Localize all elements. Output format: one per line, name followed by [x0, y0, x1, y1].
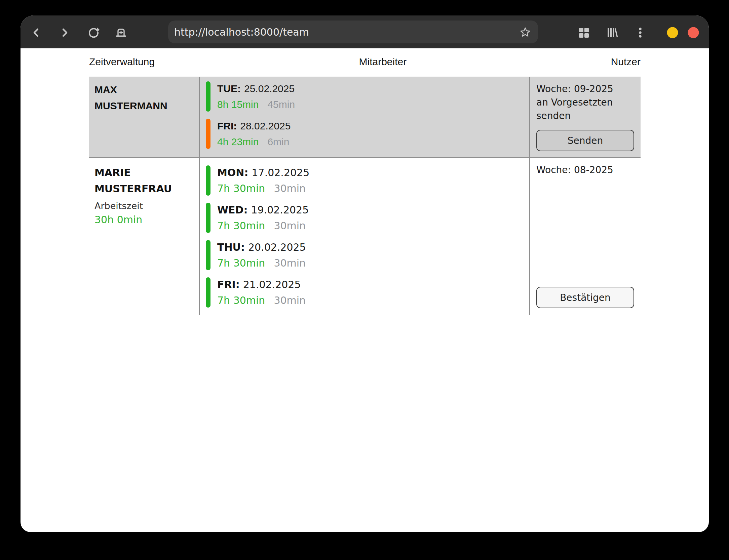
pause-time: 30min [274, 257, 306, 269]
status-bar-green [206, 240, 210, 270]
nav-item-zeitverwaltung[interactable]: Zeitverwaltung [89, 56, 155, 68]
day-label: WED: [217, 204, 247, 216]
day-entry: FRI:21.02.2025 7h 30min30min [206, 277, 526, 308]
senden-button[interactable]: Senden [536, 130, 634, 151]
nav-item-nutzer[interactable]: Nutzer [611, 56, 641, 68]
browser-window: http://localhost:8000/team [21, 15, 709, 532]
status-bar-green [206, 165, 210, 196]
status-bar-orange [206, 119, 210, 149]
menu-button[interactable] [634, 26, 647, 39]
team-table: MAX MUSTERMANN TUE:25.02.2025 8h 15min45… [89, 77, 641, 315]
browser-toolbar: http://localhost:8000/team [21, 15, 709, 48]
minimize-button[interactable] [667, 27, 678, 38]
forward-icon [59, 27, 71, 39]
day-entry: WED:19.02.2025 7h 30min30min [206, 203, 526, 233]
extensions-grid-icon [578, 27, 590, 39]
day-date: 28.02.2025 [240, 120, 291, 131]
forward-button[interactable] [58, 26, 71, 39]
day-label: TUE: [217, 83, 241, 94]
bookmark-button[interactable] [519, 25, 532, 39]
url-bar[interactable]: http://localhost:8000/team [168, 21, 538, 43]
status-bar-green [206, 203, 210, 233]
day-date: 17.02.2025 [252, 167, 309, 178]
pause-time: 30min [274, 183, 306, 194]
worked-time: 8h 15min [217, 99, 259, 110]
reload-button[interactable] [87, 26, 100, 39]
day-entry: THU:20.02.2025 7h 30min30min [206, 240, 526, 270]
day-date: 20.02.2025 [248, 241, 306, 253]
back-icon [30, 27, 42, 39]
employee-name-cell: MAX MUSTERMANN [89, 77, 199, 157]
pause-time: 45min [267, 99, 295, 110]
employee-name: MARIE MUSTERFRAU [94, 165, 196, 197]
worked-time: 4h 23min [217, 136, 259, 147]
bestaetigen-button[interactable]: Bestätigen [536, 287, 634, 308]
day-entry: MON:17.02.2025 7h 30min30min [206, 165, 526, 196]
pause-time: 30min [274, 294, 306, 306]
worktime-label: Arbeitszeit [94, 200, 196, 212]
worked-time: 7h 30min [217, 294, 265, 306]
employee-name-cell: MARIE MUSTERFRAU Arbeitszeit 30h 0min [89, 158, 199, 315]
day-date: 21.02.2025 [243, 279, 301, 290]
day-label: FRI: [217, 120, 237, 131]
extensions-button[interactable] [577, 26, 590, 39]
day-entry: TUE:25.02.2025 8h 15min45min [206, 81, 526, 112]
employee-days-cell: TUE:25.02.2025 8h 15min45min FRI:28.02.2… [199, 77, 529, 157]
bookmark-star-icon [519, 26, 531, 38]
page-nav: Zeitverwaltung Mitarbeiter Nutzer [89, 54, 641, 69]
new-tab-button[interactable] [114, 26, 128, 39]
employee-days-cell: MON:17.02.2025 7h 30min30min WED:19.02.2… [199, 158, 529, 315]
menu-kebab-icon [634, 27, 646, 39]
day-label: FRI: [217, 279, 240, 290]
url-text[interactable]: http://localhost:8000/team [174, 26, 519, 38]
employee-row-max: MAX MUSTERMANN TUE:25.02.2025 8h 15min45… [89, 77, 641, 158]
day-label: MON: [217, 167, 248, 178]
status-bar-green [206, 81, 210, 112]
employee-row-marie: MARIE MUSTERFRAU Arbeitszeit 30h 0min MO… [89, 158, 641, 315]
week-label: Woche: 09-2025 an Vorgesetzten senden [536, 82, 622, 123]
pause-time: 6min [267, 136, 289, 147]
worked-time: 7h 30min [217, 220, 265, 232]
desktop: { "browser": { "url": "http://localhost:… [0, 0, 729, 560]
week-label: Woche: 08-2025 [536, 163, 622, 177]
day-label: THU: [217, 241, 245, 253]
day-date: 19.02.2025 [251, 204, 309, 216]
pause-time: 30min [274, 220, 306, 232]
back-button[interactable] [30, 26, 43, 39]
employee-week-cell: Woche: 09-2025 an Vorgesetzten senden Se… [529, 77, 641, 157]
new-tab-icon [115, 27, 127, 39]
library-button[interactable] [605, 26, 619, 39]
worked-time: 7h 30min [217, 183, 265, 194]
reload-icon [87, 27, 100, 39]
worked-time: 7h 30min [217, 257, 265, 269]
employee-name: MAX MUSTERMANN [94, 82, 196, 114]
library-icon [606, 27, 618, 39]
day-date: 25.02.2025 [244, 83, 295, 94]
day-entry: FRI:28.02.2025 4h 23min6min [206, 119, 526, 149]
employee-week-cell: Woche: 08-2025 Bestätigen [529, 158, 641, 315]
nav-item-mitarbeiter[interactable]: Mitarbeiter [359, 56, 407, 68]
worktime-value: 30h 0min [94, 212, 196, 227]
close-button[interactable] [688, 27, 699, 38]
status-bar-green [206, 277, 210, 308]
